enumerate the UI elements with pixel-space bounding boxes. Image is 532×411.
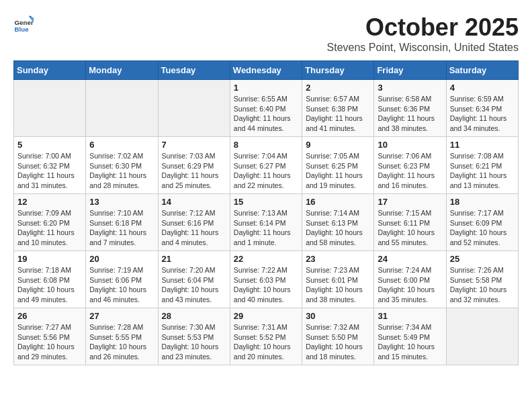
day-info: Sunrise: 6:58 AM Sunset: 6:36 PM Dayligh… <box>378 94 442 134</box>
day-number: 17 <box>378 197 442 207</box>
day-cell: 2Sunrise: 6:57 AM Sunset: 6:38 PM Daylig… <box>302 80 374 137</box>
day-info: Sunrise: 6:57 AM Sunset: 6:38 PM Dayligh… <box>306 94 370 134</box>
page-header: General Blue October 2025 Stevens Point,… <box>13 13 519 54</box>
day-number: 21 <box>162 254 226 264</box>
day-number: 8 <box>234 140 298 150</box>
week-row-1: 1Sunrise: 6:55 AM Sunset: 6:40 PM Daylig… <box>14 80 519 137</box>
day-number: 14 <box>162 197 226 207</box>
day-info: Sunrise: 7:10 AM Sunset: 6:18 PM Dayligh… <box>89 208 154 248</box>
day-info: Sunrise: 6:55 AM Sunset: 6:40 PM Dayligh… <box>234 94 298 134</box>
day-info: Sunrise: 7:15 AM Sunset: 6:11 PM Dayligh… <box>378 208 442 248</box>
day-cell: 8Sunrise: 7:04 AM Sunset: 6:27 PM Daylig… <box>230 137 302 194</box>
day-number: 9 <box>306 140 370 150</box>
day-info: Sunrise: 7:24 AM Sunset: 6:00 PM Dayligh… <box>378 265 442 305</box>
day-number: 19 <box>17 254 82 264</box>
day-info: Sunrise: 7:13 AM Sunset: 6:14 PM Dayligh… <box>234 208 298 248</box>
day-cell: 12Sunrise: 7:09 AM Sunset: 6:20 PM Dayli… <box>14 194 86 251</box>
day-number: 2 <box>306 83 370 93</box>
day-cell: 13Sunrise: 7:10 AM Sunset: 6:18 PM Dayli… <box>86 194 158 251</box>
day-info: Sunrise: 7:17 AM Sunset: 6:09 PM Dayligh… <box>450 208 515 248</box>
day-info: Sunrise: 7:08 AM Sunset: 6:21 PM Dayligh… <box>450 151 515 191</box>
day-info: Sunrise: 7:14 AM Sunset: 6:13 PM Dayligh… <box>306 208 370 248</box>
day-cell: 9Sunrise: 7:05 AM Sunset: 6:25 PM Daylig… <box>302 137 374 194</box>
day-cell: 6Sunrise: 7:02 AM Sunset: 6:30 PM Daylig… <box>86 137 158 194</box>
day-number: 11 <box>450 140 515 150</box>
weekday-header-row: SundayMondayTuesdayWednesdayThursdayFrid… <box>14 61 519 80</box>
day-cell: 31Sunrise: 7:34 AM Sunset: 5:49 PM Dayli… <box>374 308 446 365</box>
weekday-header-monday: Monday <box>86 61 158 80</box>
day-cell: 4Sunrise: 6:59 AM Sunset: 6:34 PM Daylig… <box>446 80 518 137</box>
day-cell: 29Sunrise: 7:31 AM Sunset: 5:52 PM Dayli… <box>230 308 302 365</box>
day-info: Sunrise: 7:34 AM Sunset: 5:49 PM Dayligh… <box>378 322 442 362</box>
day-number: 16 <box>306 197 370 207</box>
day-info: Sunrise: 7:02 AM Sunset: 6:30 PM Dayligh… <box>89 151 154 191</box>
day-info: Sunrise: 7:26 AM Sunset: 5:58 PM Dayligh… <box>450 265 515 305</box>
day-number: 22 <box>234 254 298 264</box>
weekday-header-sunday: Sunday <box>14 61 86 80</box>
day-number: 4 <box>450 83 515 93</box>
day-number: 12 <box>17 197 82 207</box>
day-info: Sunrise: 7:30 AM Sunset: 5:53 PM Dayligh… <box>162 322 226 362</box>
weekday-header-friday: Friday <box>374 61 446 80</box>
day-number: 7 <box>162 140 226 150</box>
day-info: Sunrise: 7:32 AM Sunset: 5:50 PM Dayligh… <box>306 322 370 362</box>
day-cell: 25Sunrise: 7:26 AM Sunset: 5:58 PM Dayli… <box>446 251 518 308</box>
day-cell: 21Sunrise: 7:20 AM Sunset: 6:04 PM Dayli… <box>158 251 230 308</box>
weekday-header-tuesday: Tuesday <box>158 61 230 80</box>
day-cell <box>14 80 86 137</box>
day-info: Sunrise: 7:20 AM Sunset: 6:04 PM Dayligh… <box>162 265 226 305</box>
day-info: Sunrise: 7:12 AM Sunset: 6:16 PM Dayligh… <box>162 208 226 248</box>
day-cell: 22Sunrise: 7:22 AM Sunset: 6:03 PM Dayli… <box>230 251 302 308</box>
day-number: 1 <box>234 83 298 93</box>
day-cell: 20Sunrise: 7:19 AM Sunset: 6:06 PM Dayli… <box>86 251 158 308</box>
weekday-header-wednesday: Wednesday <box>230 61 302 80</box>
day-cell <box>86 80 158 137</box>
day-number: 27 <box>89 311 154 321</box>
day-info: Sunrise: 7:09 AM Sunset: 6:20 PM Dayligh… <box>17 208 82 248</box>
day-info: Sunrise: 7:28 AM Sunset: 5:55 PM Dayligh… <box>89 322 154 362</box>
day-number: 6 <box>89 140 154 150</box>
day-number: 29 <box>234 311 298 321</box>
day-info: Sunrise: 7:23 AM Sunset: 6:01 PM Dayligh… <box>306 265 370 305</box>
title-area: October 2025 Stevens Point, Wisconsin, U… <box>327 13 519 54</box>
day-cell: 15Sunrise: 7:13 AM Sunset: 6:14 PM Dayli… <box>230 194 302 251</box>
day-cell: 17Sunrise: 7:15 AM Sunset: 6:11 PM Dayli… <box>374 194 446 251</box>
week-row-5: 26Sunrise: 7:27 AM Sunset: 5:56 PM Dayli… <box>14 308 519 365</box>
day-info: Sunrise: 7:05 AM Sunset: 6:25 PM Dayligh… <box>306 151 370 191</box>
week-row-2: 5Sunrise: 7:00 AM Sunset: 6:32 PM Daylig… <box>14 137 519 194</box>
day-number: 28 <box>162 311 226 321</box>
day-cell <box>158 80 230 137</box>
day-info: Sunrise: 7:03 AM Sunset: 6:29 PM Dayligh… <box>162 151 226 191</box>
day-number: 3 <box>378 83 442 93</box>
day-number: 31 <box>378 311 442 321</box>
day-cell: 26Sunrise: 7:27 AM Sunset: 5:56 PM Dayli… <box>14 308 86 365</box>
day-cell: 5Sunrise: 7:00 AM Sunset: 6:32 PM Daylig… <box>14 137 86 194</box>
day-info: Sunrise: 7:27 AM Sunset: 5:56 PM Dayligh… <box>17 322 82 362</box>
day-cell: 14Sunrise: 7:12 AM Sunset: 6:16 PM Dayli… <box>158 194 230 251</box>
day-cell: 27Sunrise: 7:28 AM Sunset: 5:55 PM Dayli… <box>86 308 158 365</box>
day-cell: 23Sunrise: 7:23 AM Sunset: 6:01 PM Dayli… <box>302 251 374 308</box>
day-cell: 3Sunrise: 6:58 AM Sunset: 6:36 PM Daylig… <box>374 80 446 137</box>
day-cell: 18Sunrise: 7:17 AM Sunset: 6:09 PM Dayli… <box>446 194 518 251</box>
weekday-header-thursday: Thursday <box>302 61 374 80</box>
day-cell: 28Sunrise: 7:30 AM Sunset: 5:53 PM Dayli… <box>158 308 230 365</box>
day-info: Sunrise: 7:18 AM Sunset: 6:08 PM Dayligh… <box>17 265 82 305</box>
day-number: 10 <box>378 140 442 150</box>
day-number: 30 <box>306 311 370 321</box>
day-number: 20 <box>89 254 154 264</box>
month-title: October 2025 <box>327 13 519 42</box>
day-cell: 10Sunrise: 7:06 AM Sunset: 6:23 PM Dayli… <box>374 137 446 194</box>
day-number: 13 <box>89 197 154 207</box>
day-cell: 24Sunrise: 7:24 AM Sunset: 6:00 PM Dayli… <box>374 251 446 308</box>
day-number: 23 <box>306 254 370 264</box>
week-row-3: 12Sunrise: 7:09 AM Sunset: 6:20 PM Dayli… <box>14 194 519 251</box>
day-cell: 16Sunrise: 7:14 AM Sunset: 6:13 PM Dayli… <box>302 194 374 251</box>
logo-icon: General Blue <box>13 13 34 34</box>
location-title: Stevens Point, Wisconsin, United States <box>327 42 519 54</box>
day-info: Sunrise: 7:31 AM Sunset: 5:52 PM Dayligh… <box>234 322 298 362</box>
week-row-4: 19Sunrise: 7:18 AM Sunset: 6:08 PM Dayli… <box>14 251 519 308</box>
day-number: 15 <box>234 197 298 207</box>
weekday-header-saturday: Saturday <box>446 61 518 80</box>
logo: General Blue <box>13 13 34 34</box>
day-info: Sunrise: 7:22 AM Sunset: 6:03 PM Dayligh… <box>234 265 298 305</box>
